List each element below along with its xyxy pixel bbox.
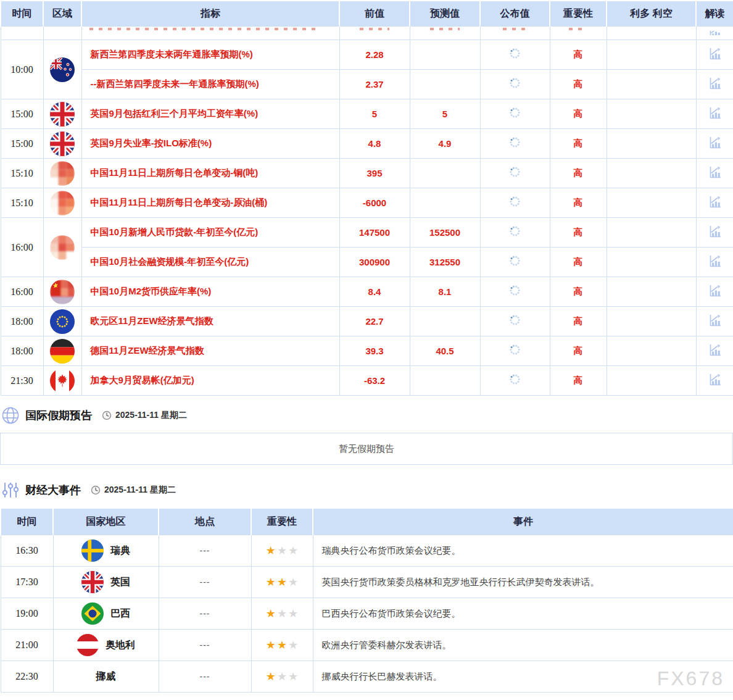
table-row: 21:30 加拿大9月贸易帐(亿加元) -63.2 高 [1, 366, 733, 396]
interpret-cell[interactable] [696, 70, 733, 99]
indicator-cell: 加拿大9月贸易帐(亿加元) [81, 366, 339, 396]
chart-icon[interactable] [708, 254, 723, 269]
col-previous: 前值 [339, 1, 410, 27]
country-name: 巴西 [110, 607, 130, 620]
interpret-cell[interactable] [696, 248, 733, 277]
published-cell [480, 40, 550, 70]
forecast-value [410, 40, 480, 70]
region-cell [43, 188, 81, 218]
sweden-flag-icon [81, 540, 104, 562]
forecast-value: 40.5 [410, 336, 480, 366]
austria-flag-icon [77, 634, 99, 656]
time-cell: 10:00 [1, 40, 43, 99]
importance-badge: 高 [550, 248, 607, 277]
country-cell: 挪威 [53, 661, 159, 693]
china-partially-blurred-flag-icon [50, 280, 75, 304]
region-cell [43, 336, 81, 366]
chart-icon[interactable] [708, 46, 723, 61]
indicator-cell: 新西兰第四季度未来两年通胀率预期(%) [81, 40, 339, 70]
chart-icon[interactable] [708, 165, 723, 180]
chart-icon[interactable] [708, 135, 723, 150]
importance-badge: 高 [550, 129, 607, 159]
forecast-value [410, 188, 480, 218]
col-time: 时间 [1, 1, 43, 27]
indicator-cell: 英国9月包括红利三个月平均工资年率(%) [81, 99, 339, 129]
chart-icon[interactable] [708, 76, 723, 91]
time-cell: 15:10 [1, 188, 43, 218]
events-section-header: 财经大事件 2025-11-11 星期二 [0, 465, 733, 507]
previous-value: 2.37 [339, 70, 410, 99]
location-cell: --- [159, 535, 251, 567]
loading-spinner-icon [509, 225, 521, 237]
country-cell: 瑞典 [53, 535, 159, 567]
region-cell [43, 277, 81, 307]
region-cell [43, 366, 81, 396]
table-row: 18:00 欧元区11月ZEW经济景气指数 22.7 高 [1, 307, 733, 336]
table-row: 10:00 新西兰第四季度未来两年通胀率预期(%) 2.28 高 [1, 40, 733, 70]
forecast-value: 4.9 [410, 129, 480, 159]
time-cell: 22:30 [1, 661, 53, 693]
bull-bear-cell [607, 336, 696, 366]
loading-spinner-icon [509, 77, 521, 89]
chart-icon[interactable] [708, 372, 723, 387]
interpret-cell[interactable] [696, 307, 733, 336]
chart-icon[interactable] [708, 194, 723, 209]
chart-icon[interactable] [708, 343, 723, 357]
holiday-empty-box: 暂无假期预告 [0, 433, 733, 465]
chart-icon[interactable] [708, 106, 723, 120]
country-cell: 奥地利 [53, 630, 159, 661]
table-row: 16:00 中国10月新增人民币贷款-年初至今(亿元) 147500 15250… [1, 218, 733, 248]
region-cell [43, 129, 81, 159]
published-cell [480, 159, 550, 188]
previous-value: 39.3 [339, 336, 410, 366]
bull-bear-cell [607, 277, 696, 307]
interpret-cell[interactable] [696, 188, 733, 218]
clock-icon [102, 410, 112, 420]
date-text: 2025-11-11 星期二 [115, 410, 187, 421]
importance-badge: 高 [550, 277, 607, 307]
previous-value: 2.28 [339, 40, 410, 70]
table-row: 16:00 中国10月M2货币供应年率(%) 8.4 8.1 高 [1, 277, 733, 307]
globe-icon [1, 406, 20, 425]
location-cell: --- [159, 661, 251, 693]
bull-bear-cell [607, 70, 696, 99]
region-cell [43, 307, 81, 336]
col-country: 国家地区 [53, 508, 159, 535]
star-icon: ★ [276, 670, 288, 683]
published-cell [480, 218, 550, 248]
interpret-cell[interactable] [696, 366, 733, 396]
interpret-cell[interactable] [696, 336, 733, 366]
chart-icon[interactable] [708, 224, 723, 239]
time-cell: 16:00 [1, 218, 43, 277]
interpret-cell[interactable] [696, 277, 733, 307]
interpret-cell[interactable] [696, 129, 733, 159]
loading-spinner-icon [509, 107, 521, 119]
event-row: 21:00 奥地利 --- ★★★ 欧洲央行管委科赫尔发表讲话。 [1, 630, 733, 661]
time-cell: 18:00 [1, 307, 43, 336]
bull-bear-cell [607, 307, 696, 336]
table-row: 15:00 英国9月失业率-按ILO标准(%) 4.8 4.9 高 [1, 129, 733, 159]
country-name: 挪威 [96, 670, 116, 683]
economic-calendar-table: 时间 区域 指标 前值 预测值 公布值 重要性 利多 利空 解读 10:00 新… [0, 0, 733, 396]
interpret-cell[interactable] [696, 99, 733, 129]
chart-icon[interactable] [708, 313, 723, 328]
interpret-cell[interactable] [696, 40, 733, 70]
time-cell: 18:00 [1, 336, 43, 366]
china-blurred-flag-icon [50, 191, 75, 215]
interpret-cell[interactable] [696, 159, 733, 188]
col-bull-bear: 利多 利空 [607, 1, 696, 27]
chart-icon[interactable] [708, 283, 723, 298]
interpret-cell[interactable] [696, 218, 733, 248]
star-icon: ★ [288, 544, 299, 557]
indicator-cell: --新西兰第四季度未来一年通胀率预期(%) [81, 70, 339, 99]
published-cell [480, 366, 550, 396]
bull-bear-cell [607, 99, 696, 129]
bull-bear-cell [607, 218, 696, 248]
event-row: 17:30 英国 --- ★★★ 英国央行货币政策委员格林和克罗地亚央行行长武伊… [1, 567, 733, 598]
uk-flag-icon [81, 571, 104, 593]
uk-flag-icon [50, 131, 75, 156]
published-cell [480, 307, 550, 336]
events-header-row: 时间 国家地区 地点 重要性 事件 [1, 508, 733, 535]
previous-value: 5 [339, 99, 410, 129]
table-row: 15:00 英国9月包括红利三个月平均工资年率(%) 5 5 高 [1, 99, 733, 129]
